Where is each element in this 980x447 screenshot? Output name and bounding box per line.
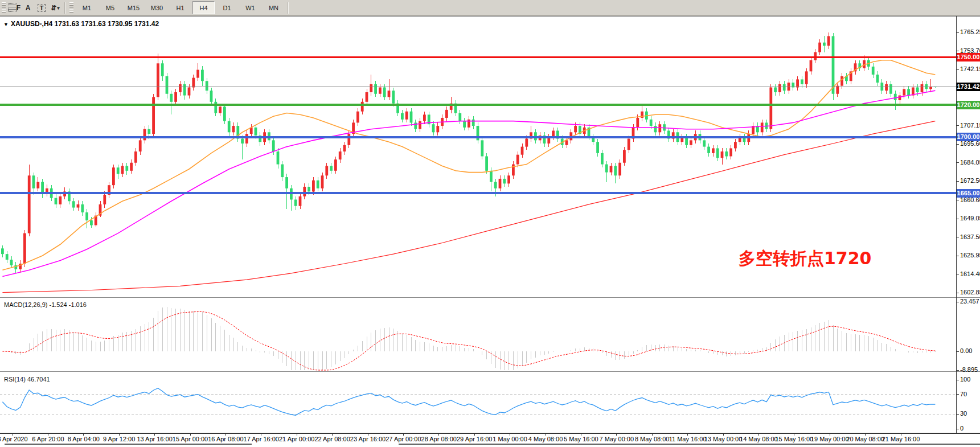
symbol-ohlc-title: ▼XAUUSD-,H4 1731.63 1731.63 1730.95 1731… bbox=[3, 20, 159, 28]
price-level-badge-1665.00: 1665.00 bbox=[957, 189, 980, 198]
price-axis-tick: 1649.05 bbox=[960, 215, 980, 222]
price-level-badge-1700.00: 1700.00 bbox=[957, 133, 980, 141]
price-axis-tick: 1625.95 bbox=[960, 252, 980, 259]
price-axis-tick: 1707.15 bbox=[960, 122, 980, 129]
price-axis-tick: 1614.40 bbox=[960, 270, 980, 277]
rsi-indicator-label: RSI(14) 46.7041 bbox=[4, 376, 50, 383]
collapse-triangle-icon[interactable]: ▼ bbox=[3, 22, 9, 27]
price-axis-tick: 1684.05 bbox=[960, 159, 980, 166]
minimized-subwindow-strip-2[interactable] bbox=[399, 444, 980, 447]
price-level-badge-1750.00: 1750.00 bbox=[957, 53, 980, 61]
macd-indicator-label: MACD(12,26,9) -1.524 -1.016 bbox=[4, 301, 87, 308]
macd-axis-tick: 23.457 bbox=[960, 298, 979, 305]
price-axis-tick: 1602.85 bbox=[960, 289, 980, 296]
macd-axis-tick: 0.00 bbox=[960, 347, 972, 354]
minimized-subwindow-strip[interactable] bbox=[5, 444, 252, 447]
current-price-badge: 1731.42 bbox=[957, 83, 980, 91]
price-axis-tick: 1742.15 bbox=[960, 65, 980, 72]
price-level-badge-1720.00: 1720.00 bbox=[957, 101, 980, 109]
rsi-axis-tick: 0 bbox=[960, 425, 963, 432]
macd-axis-tick: -8.895 bbox=[960, 366, 978, 373]
price-axis-tick: 1672.50 bbox=[960, 177, 980, 184]
mt4-window: F A T ⇵▾ M1M5M15M30H1H4D1W1MN ▼XAUUSD-,H… bbox=[0, 0, 980, 447]
price-axis-tick: 1637.50 bbox=[960, 233, 980, 240]
rsi-axis-tick: 100 bbox=[960, 376, 970, 383]
rsi-axis-tick: 70 bbox=[960, 391, 967, 397]
rsi-axis-tick: 30 bbox=[960, 410, 967, 417]
chart-canvas[interactable] bbox=[0, 0, 980, 447]
chart-annotation-text: 多空转折点1720 bbox=[739, 247, 872, 270]
price-axis-tick: 1765.25 bbox=[960, 28, 980, 35]
